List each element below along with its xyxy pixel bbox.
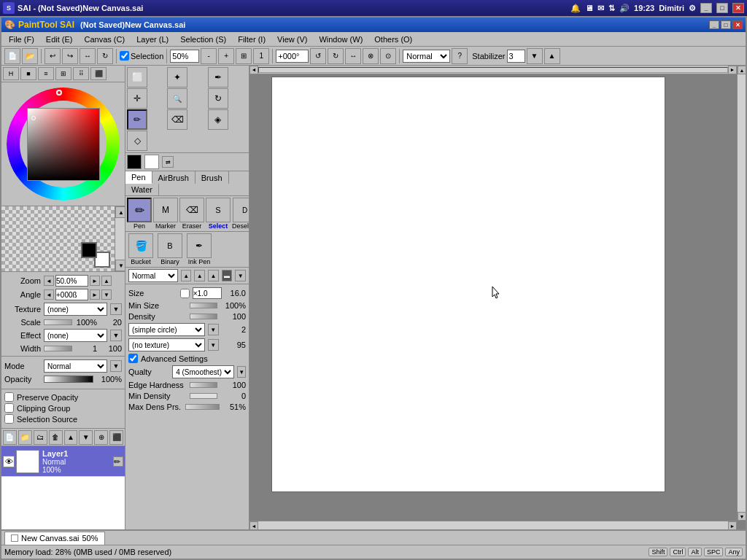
menu-window[interactable]: Window (W) <box>313 32 368 46</box>
tab-airbrush[interactable]: AirBrush <box>152 171 196 184</box>
shape-select[interactable]: (simple circle) <box>128 323 205 336</box>
zoom-dec-btn[interactable]: ◄ <box>44 276 54 286</box>
menu-view[interactable]: View (V) <box>271 32 313 46</box>
texture2-select[interactable]: (no texture) <box>128 338 205 351</box>
layer-canvas-btn[interactable]: ⬛ <box>109 430 123 445</box>
color-mode-square[interactable]: ■ <box>20 67 36 80</box>
h-scroll-r2-btn[interactable]: ► <box>728 521 737 529</box>
texture-select[interactable]: (none) <box>44 303 107 316</box>
redo-btn[interactable]: ↪ <box>62 48 78 64</box>
new-btn[interactable]: 📄 <box>4 48 20 64</box>
select-sub-tool[interactable]: S Select <box>206 198 231 230</box>
shape-arrow[interactable]: ▼ <box>208 324 219 335</box>
size-min-input[interactable] <box>193 287 222 299</box>
brush-shape-2[interactable]: ▲ <box>194 270 205 281</box>
deselect-sub-tool[interactable]: D Deselect <box>232 198 249 230</box>
color-square[interactable] <box>27 108 100 181</box>
brush-shape-4[interactable]: ▬ <box>222 270 233 281</box>
app-close-btn[interactable]: ✕ <box>732 20 743 29</box>
menu-others[interactable]: Others (O) <box>368 32 418 46</box>
opacity-bar[interactable] <box>44 376 93 383</box>
app-minimize-btn[interactable]: _ <box>709 20 719 29</box>
mode-select[interactable]: Normal <box>403 50 450 63</box>
zoom-plus-btn[interactable]: + <box>218 48 234 64</box>
brush-down-btn[interactable]: ▼ <box>235 270 246 281</box>
open-btn[interactable]: 📂 <box>22 48 38 64</box>
v-scroll-up-btn[interactable]: ▲ <box>738 66 746 74</box>
brush-shape-3[interactable]: ▲ <box>208 270 219 281</box>
menu-edit[interactable]: Edit (E) <box>40 32 79 46</box>
menu-filter[interactable]: Filter (I) <box>232 32 271 46</box>
undo-btn[interactable]: ↩ <box>44 48 61 64</box>
h-scroll-l2-btn[interactable]: ◄ <box>249 521 258 529</box>
advanced-check[interactable] <box>128 354 138 363</box>
density-bar[interactable] <box>190 314 217 319</box>
mode-info-btn[interactable]: ? <box>452 48 468 64</box>
color-mode-slider[interactable]: ≡ <box>38 67 54 80</box>
zoom-input[interactable] <box>170 50 199 63</box>
deselect-tool[interactable]: ◇ <box>127 131 147 151</box>
selection-source-check[interactable] <box>4 414 14 424</box>
binary-tool[interactable]: B Binary <box>156 233 184 265</box>
texture2-arrow[interactable]: ▼ <box>208 339 219 351</box>
rot-l-btn[interactable]: ↺ <box>310 48 326 64</box>
stab-down-btn[interactable]: ▼ <box>527 48 543 64</box>
flip-h-btn[interactable]: ↔ <box>80 48 96 64</box>
pen-tool[interactable]: ✏ <box>127 109 147 130</box>
quality-select[interactable]: 4 (Smoothest) <box>172 365 234 378</box>
layer-folder2-btn[interactable]: 🗂 <box>34 430 47 445</box>
clipping-group-check[interactable] <box>4 403 14 413</box>
rotate-canvas-tool[interactable]: ↻ <box>208 88 228 109</box>
h-scroll-right-btn[interactable]: ► <box>728 66 737 74</box>
bucket-tool[interactable]: 🪣 Bucket <box>127 233 155 265</box>
min-size-bar[interactable] <box>190 303 217 308</box>
v-scrollbar[interactable]: ▲ ▼ <box>737 66 746 521</box>
color-mode-hsv[interactable]: H <box>3 67 19 80</box>
tex-scroll-down[interactable]: ▼ <box>115 260 125 271</box>
texture-arrow-btn[interactable]: ▼ <box>110 303 122 315</box>
menu-file[interactable]: File (F) <box>3 32 40 46</box>
canvas-drawing-area[interactable] <box>271 77 665 492</box>
angle-value-input[interactable] <box>55 289 88 300</box>
size-check[interactable] <box>180 289 190 298</box>
ink-pen-tool[interactable]: ✒ Ink Pen <box>185 233 213 265</box>
layer-item[interactable]: 👁 Layer1 Normal 100% ✏ <box>1 446 125 477</box>
zoom-tool[interactable]: 🔍 <box>167 88 187 109</box>
app-maximize-btn[interactable]: □ <box>721 20 731 29</box>
close-btn[interactable]: ✕ <box>732 3 744 13</box>
tab-pen[interactable]: Pen <box>125 171 152 184</box>
zoom-100-btn[interactable]: 1 <box>253 48 269 64</box>
brush-mode-select[interactable]: Normal <box>128 269 178 282</box>
layer-down-btn[interactable]: ▼ <box>79 430 93 445</box>
select-rect-tool[interactable]: ⬜ <box>127 67 147 88</box>
color-mode-grid[interactable]: ⊞ <box>55 67 71 80</box>
bg-color-swatch[interactable] <box>144 155 159 169</box>
fg-color-swatch[interactable] <box>127 155 142 169</box>
rot-flip-btn[interactable]: ↔ <box>345 48 361 64</box>
zoom-set-btn[interactable]: ▲ <box>101 276 112 286</box>
zoom-value-input[interactable] <box>55 275 88 287</box>
v-scroll-down-btn[interactable]: ▼ <box>738 512 746 521</box>
zoom-inc-btn[interactable]: ► <box>90 276 100 286</box>
layer-delete-btn[interactable]: 🗑 <box>49 430 63 445</box>
h-scrollbar-bottom[interactable]: ◄ ► <box>249 521 737 529</box>
move-tool[interactable]: ✛ <box>127 88 147 109</box>
h-scroll-top[interactable]: ◄ ► <box>249 66 737 74</box>
mode-arrow[interactable]: ▼ <box>110 360 122 372</box>
selection-tool[interactable]: ◈ <box>208 109 228 130</box>
edge-bar[interactable] <box>190 382 217 388</box>
brush-shape-1[interactable]: ▲ <box>181 270 192 281</box>
angle-set-btn[interactable]: ▼ <box>101 289 112 300</box>
angle-dec-btn[interactable]: ◄ <box>44 289 54 300</box>
zoom-fit-btn[interactable]: ⊞ <box>236 48 252 64</box>
texture-scrollbar[interactable]: ▲ ▼ <box>115 206 125 271</box>
rotate-btn[interactable]: ↻ <box>97 48 113 64</box>
menu-layer[interactable]: Layer (L) <box>131 32 174 46</box>
min-density-bar[interactable] <box>190 393 217 399</box>
layer-folder-btn[interactable]: 📁 <box>18 430 32 445</box>
swap-colors-btn[interactable]: ⇄ <box>162 156 174 168</box>
eraser-tool-icon[interactable]: ⌫ <box>167 109 187 130</box>
layer-up-btn[interactable]: ▲ <box>64 430 78 445</box>
selection-checkbox[interactable] <box>120 51 129 61</box>
color-wheel-area[interactable] <box>1 82 125 206</box>
